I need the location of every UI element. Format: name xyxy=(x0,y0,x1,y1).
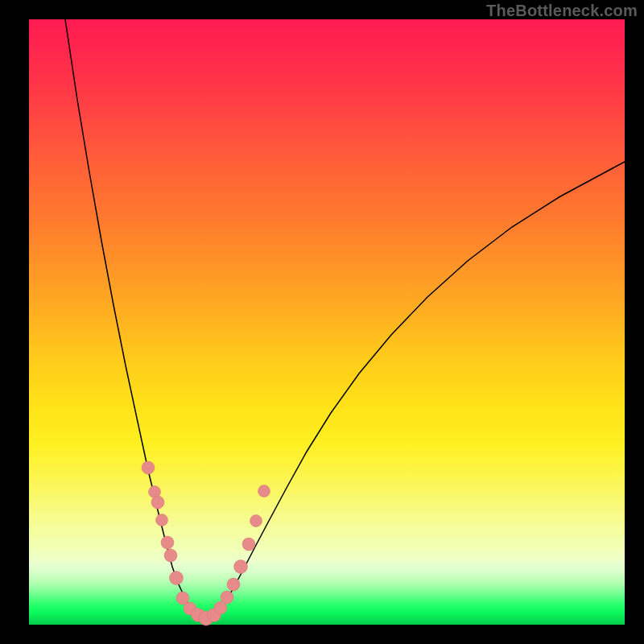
highlight-dot xyxy=(164,549,177,562)
highlight-dot xyxy=(170,572,184,585)
highlight-dot xyxy=(161,536,174,549)
highlight-dot xyxy=(142,461,155,474)
highlight-dot xyxy=(221,591,233,604)
bottleneck-curve xyxy=(65,19,625,619)
highlight-dot xyxy=(234,560,248,574)
watermark-text: TheBottleneck.com xyxy=(486,2,638,20)
highlight-dot xyxy=(258,485,270,497)
highlight-dot xyxy=(227,578,240,591)
highlight-dot xyxy=(156,514,168,526)
highlight-dots xyxy=(142,461,270,625)
chart-svg xyxy=(29,19,625,625)
highlight-dot xyxy=(250,515,262,527)
highlight-dot xyxy=(242,538,255,551)
chart-canvas: TheBottleneck.com xyxy=(0,0,644,644)
plot-area xyxy=(29,19,625,625)
highlight-dot xyxy=(151,496,164,509)
